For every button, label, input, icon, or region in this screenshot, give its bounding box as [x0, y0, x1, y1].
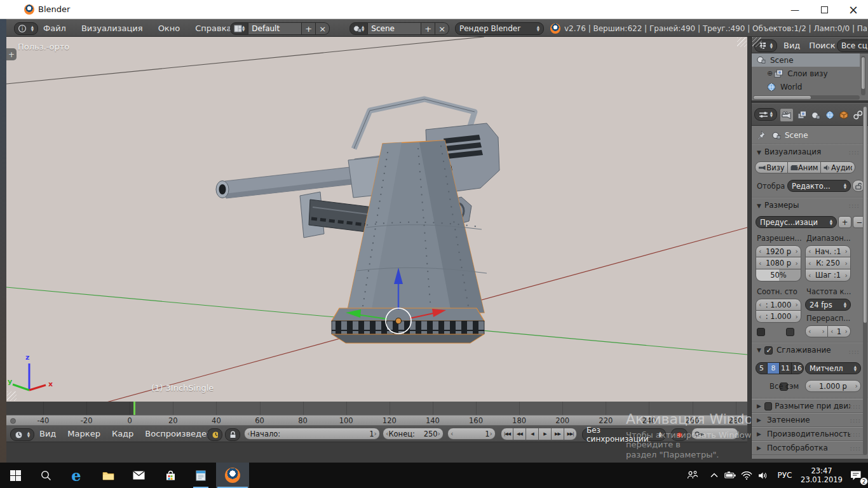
outliner-menu-1[interactable]: Вид — [783, 41, 800, 50]
crop-checkbox[interactable] — [786, 328, 794, 336]
scrollbar-end-cap[interactable] — [10, 418, 16, 424]
expand-triangle-icon[interactable]: ▶ — [757, 403, 761, 409]
menu-1[interactable]: Файл — [43, 24, 66, 33]
panel-drag-dots[interactable]: :::: — [849, 202, 860, 209]
frame-end-field[interactable]: К: 250 — [805, 257, 851, 269]
aspect-x-field[interactable]: : 1.000 — [756, 299, 801, 311]
3d-viewport[interactable]: Польз.-орто (1) 3InchSingle z y x + — [6, 37, 747, 402]
menu-2[interactable]: Визуализация — [81, 24, 143, 33]
panel-drag-dots[interactable]: :::: — [850, 445, 861, 452]
timeline-canvas[interactable] — [6, 402, 747, 415]
aa-samples-11-button[interactable]: 11 — [780, 362, 792, 374]
current-frame-marker[interactable] — [133, 402, 135, 415]
start-button[interactable] — [0, 463, 31, 488]
keying-set-field[interactable] — [691, 428, 738, 440]
outliner-vertical-scrollbar[interactable] — [861, 56, 865, 95]
corner-resize-handle[interactable] — [737, 37, 747, 47]
file-explorer-button[interactable] — [93, 463, 123, 488]
outliner-menu-2[interactable]: Поиск — [809, 41, 835, 50]
mail-button[interactable] — [123, 463, 154, 488]
resolution-y-field[interactable]: 1080 p — [756, 257, 801, 269]
outliner-item-world[interactable]: World — [752, 80, 860, 93]
properties-vertical-scrollbar[interactable] — [863, 105, 867, 455]
play-reverse-button[interactable]: ◀ — [526, 428, 539, 440]
region-expand-button[interactable]: + — [6, 48, 17, 60]
collapsed-panel-3[interactable]: ▶Производительность:::: — [752, 427, 866, 441]
collapsed-panel-1[interactable]: ▶Размытие при движ:::: — [752, 399, 866, 413]
add-scene-button[interactable]: + — [421, 22, 435, 35]
blender-taskbar-button[interactable] — [216, 463, 249, 488]
expand-icon[interactable]: ⊕ — [767, 69, 773, 78]
time-remap-new-field[interactable]: 1 — [828, 325, 851, 337]
end-frame-field[interactable]: Конец:250 — [383, 428, 444, 440]
layout-name-field[interactable]: Default — [248, 22, 302, 35]
tab-object[interactable] — [837, 108, 851, 122]
timeline-menu-2[interactable]: Маркер — [67, 429, 100, 438]
render-engine-dropdown[interactable]: Рендер Blender ▲▼ — [455, 22, 544, 35]
keying-set-key-icon[interactable] — [741, 431, 751, 443]
tab-render[interactable] — [780, 108, 794, 122]
border-checkbox[interactable] — [757, 328, 765, 336]
aa-samples-8-button[interactable]: 8 — [768, 362, 780, 374]
expand-triangle-icon[interactable]: ▶ — [757, 417, 761, 423]
aspect-y-field[interactable]: : 1.000 — [756, 311, 801, 323]
dimensions-panel-header[interactable]: ▼Размеры — [757, 201, 799, 210]
language-indicator[interactable]: РУС — [773, 463, 797, 488]
expand-triangle-icon[interactable]: ▶ — [757, 445, 761, 451]
collapsed-panel-4[interactable]: ▶Постобработка:::: — [752, 441, 866, 455]
jump-to-start-button[interactable]: |◀◀ — [501, 428, 513, 440]
add-preset-button[interactable]: + — [838, 216, 851, 228]
panel-checkbox[interactable] — [764, 402, 772, 410]
aa-samples-5-button[interactable]: 5 — [756, 362, 768, 374]
tab-render-layers[interactable] — [795, 108, 809, 122]
av-sync-dropdown[interactable]: Без синхронизации ▲▼ — [582, 428, 666, 441]
panel-drag-dots[interactable]: :::: — [850, 431, 861, 438]
antialiasing-panel-header[interactable]: ▼Сглаживание — [757, 346, 831, 355]
editor-type-button[interactable]: ▲▼ — [10, 428, 34, 441]
lock-range-button[interactable] — [225, 428, 240, 441]
auto-keyframe-record-button[interactable] — [671, 428, 688, 441]
gun-model[interactable] — [216, 99, 499, 343]
close-button[interactable]: × — [839, 0, 868, 19]
pin-icon[interactable] — [757, 130, 766, 142]
filter-size-field[interactable]: 1.000 p — [805, 380, 861, 392]
timeline-ruler[interactable]: -40-200204060801001201401601802002202402… — [6, 415, 747, 425]
delete-layout-button[interactable]: × — [316, 22, 330, 35]
search-button[interactable] — [31, 463, 61, 488]
jump-to-end-button[interactable]: ▶▶| — [564, 428, 577, 440]
aa-samples-16-button[interactable]: 16 — [792, 362, 804, 374]
panel-drag-dots[interactable]: :::: — [849, 348, 860, 355]
outliner-item-слои-визу[interactable]: ⊕Слои визу — [752, 67, 860, 80]
resolution-x-field[interactable]: 1920 p — [756, 245, 801, 257]
battery-icon[interactable] — [722, 463, 738, 488]
frame-start-field[interactable]: Нач. :1 — [805, 245, 851, 257]
menu-4[interactable]: Справка — [195, 24, 231, 33]
fps-dropdown[interactable]: 24 fps ▲▼ — [805, 299, 851, 311]
outliner-filter-dropdown[interactable]: Все сц — [837, 39, 868, 52]
editor-type-button[interactable]: i ▲▼ — [14, 22, 38, 35]
corner-resize-handle[interactable] — [7, 391, 17, 401]
layout-browse-button[interactable]: ▲▼ — [230, 22, 248, 35]
panel-drag-dots[interactable]: :::: — [850, 403, 861, 410]
scene-selector[interactable]: ▲▼ Scene + × — [349, 22, 449, 35]
people-tray-icon[interactable] — [683, 463, 702, 488]
scene-browse-button[interactable]: ▲▼ — [349, 22, 368, 35]
render-preset-dropdown[interactable]: Предус...изаци ▲▼ — [756, 216, 837, 228]
panel-drag-dots[interactable]: :::: — [850, 417, 861, 424]
render-animation-button[interactable]: Аним — [788, 161, 821, 173]
render-still-button[interactable]: Визу — [755, 161, 788, 173]
aa-filter-dropdown[interactable]: Митчелл ▲▼ — [805, 362, 861, 374]
delete-scene-button[interactable]: × — [435, 22, 449, 35]
action-center-button[interactable]: 2 — [846, 463, 865, 488]
outliner-horizontal-scrollbar[interactable] — [753, 95, 860, 100]
clock-tray[interactable]: 23:47 23.01.2019 — [798, 463, 845, 488]
timeline-menu-1[interactable]: Вид — [39, 429, 56, 438]
menu-3[interactable]: Окно — [158, 24, 180, 33]
antialiasing-checkbox[interactable] — [764, 346, 773, 355]
start-frame-field[interactable]: Начало:1 — [244, 428, 380, 440]
tab-scene[interactable] — [809, 108, 823, 122]
prev-keyframe-button[interactable]: ◀◀ — [513, 428, 526, 440]
play-button[interactable]: ▶ — [539, 428, 552, 440]
playback-range-clock-button[interactable] — [207, 428, 222, 441]
render-panel-header[interactable]: ▼Визуализация — [757, 147, 821, 156]
